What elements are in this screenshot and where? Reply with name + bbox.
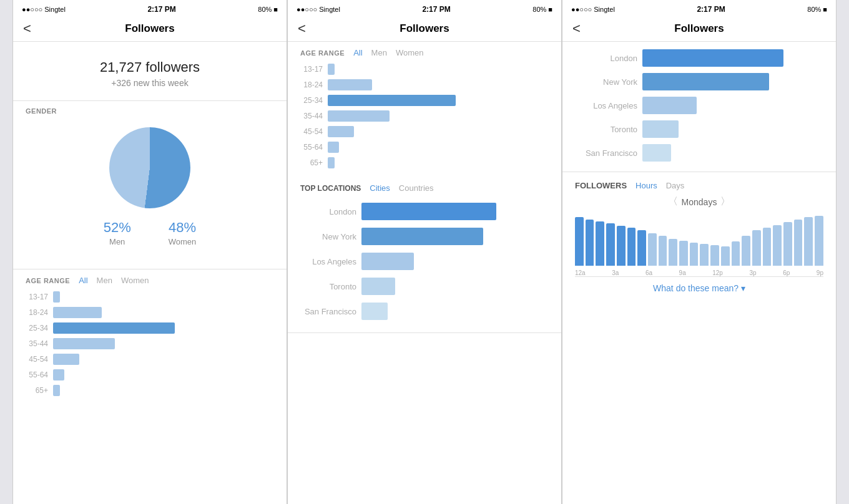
tab-cities[interactable]: Cities	[370, 183, 390, 193]
city-bar-wrap	[642, 120, 823, 138]
city-row: Toronto	[300, 278, 549, 295]
age-range-section-1: AGE RANGE All Men Women 13-17 18-24 25-3…	[13, 269, 287, 402]
tab-women-2[interactable]: Women	[396, 48, 424, 57]
city-row: San Francisco	[575, 144, 823, 162]
age-row: 45-54	[300, 126, 549, 137]
battery-1: 80% ■	[258, 6, 278, 13]
time-3: 2:17 PM	[697, 5, 725, 14]
followers-chart-section: FOLLOWERS Hours Days 〈 Mondays 〉 12a3a6a…	[562, 172, 836, 302]
age-label: 45-54	[300, 127, 323, 136]
content-1: 21,727 followers +326 new this week GEND…	[13, 42, 287, 504]
age-bar-wrap	[328, 126, 549, 137]
age-label: 65+	[26, 386, 48, 395]
age-row: 45-54	[26, 354, 274, 365]
time-1: 2:17 PM	[147, 5, 175, 14]
city-bar-wrap	[642, 97, 823, 114]
content-3: London New York Los Angeles Toronto San …	[562, 42, 836, 504]
gender-stats: 52% Men 48% Women	[26, 220, 274, 246]
followers-header: FOLLOWERS Hours Days	[575, 181, 823, 190]
age-bar	[53, 307, 102, 318]
what-mean-link[interactable]: What do these mean? ▾	[575, 277, 823, 296]
city-bar-wrap	[361, 203, 549, 220]
age-label: 35-44	[26, 339, 48, 348]
age-label: 18-24	[300, 80, 323, 89]
age-range-title-1: AGE RANGE	[26, 277, 70, 284]
city-label: New York	[575, 77, 637, 87]
city-label: London	[300, 207, 356, 216]
tab-men-2[interactable]: Men	[371, 48, 387, 57]
city-bar	[642, 97, 697, 114]
age-bar	[328, 64, 335, 75]
hour-label: 6a	[645, 269, 652, 276]
back-button-2[interactable]: <	[298, 21, 306, 37]
tab-hours[interactable]: Hours	[636, 181, 657, 190]
prev-day-button[interactable]: 〈	[668, 195, 678, 208]
tab-countries[interactable]: Countries	[399, 183, 434, 193]
age-bar	[53, 369, 64, 380]
age-bar	[328, 126, 354, 137]
hour-bar	[679, 241, 688, 266]
city-bar-wrap	[642, 49, 823, 67]
back-button-3[interactable]: <	[572, 21, 581, 37]
age-bar-wrap	[53, 291, 274, 303]
back-button-1[interactable]: <	[23, 21, 31, 37]
tab-all-1[interactable]: All	[79, 276, 87, 285]
city-bar	[361, 253, 414, 270]
city-bar	[361, 228, 483, 245]
hour-bar	[804, 217, 813, 266]
hour-bar	[690, 243, 699, 266]
hour-bar	[752, 230, 761, 266]
hour-bar	[659, 236, 667, 266]
city-bar	[642, 120, 679, 138]
follower-count-section: 21,727 followers +326 new this week	[13, 42, 287, 101]
tab-all-2[interactable]: All	[353, 48, 362, 57]
hour-bar	[773, 225, 782, 266]
hour-bar	[575, 217, 584, 266]
next-day-button[interactable]: 〉	[720, 195, 730, 208]
women-pct: 48%	[169, 220, 196, 236]
age-label: 55-64	[300, 143, 323, 152]
phone-1: ●●○○○ Singtel 2:17 PM 80% ■ < Followers …	[12, 0, 287, 504]
city-row: New York	[575, 73, 823, 90]
carrier-2: ●●○○○ Singtel	[297, 6, 340, 13]
age-bar	[53, 354, 79, 365]
hour-bar	[783, 222, 792, 266]
tab-women-1[interactable]: Women	[121, 276, 149, 285]
city-bar	[361, 203, 496, 220]
follower-new: +326 new this week	[26, 78, 274, 88]
top-locations-header: TOP LOCATIONS Cities Countries	[300, 183, 549, 193]
tab-men-1[interactable]: Men	[97, 276, 112, 285]
battery-3: 80% ■	[807, 6, 827, 13]
age-bar-wrap	[53, 385, 274, 396]
city-bar-wrap	[642, 144, 823, 162]
age-row: 65+	[300, 157, 549, 168]
age-label: 65+	[300, 158, 323, 167]
age-bar-wrap	[328, 110, 549, 122]
hour-bar	[637, 230, 646, 266]
age-label: 18-24	[26, 308, 48, 317]
hour-bar	[732, 241, 740, 266]
age-row: 13-17	[26, 291, 274, 303]
hour-label: 12p	[712, 269, 723, 276]
city-bars-2: London New York Los Angeles Toronto San …	[300, 203, 549, 320]
hour-bar	[617, 226, 626, 266]
hour-bar	[721, 246, 730, 266]
hour-label: 3p	[749, 269, 756, 276]
age-label: 13-17	[26, 293, 48, 301]
tab-days[interactable]: Days	[666, 181, 685, 190]
hour-bar	[742, 236, 750, 266]
city-label: Los Angeles	[300, 257, 356, 266]
city-row: Los Angeles	[575, 97, 823, 114]
age-bar-wrap	[53, 338, 274, 349]
age-row: 55-64	[26, 369, 274, 380]
page-title-1: Followers	[125, 22, 174, 35]
men-label: Men	[109, 237, 125, 246]
hour-bar	[794, 220, 803, 266]
age-row: 25-34	[300, 95, 549, 106]
city-label: Toronto	[575, 125, 637, 134]
gender-women: 48% Women	[169, 220, 197, 246]
hour-bar	[648, 233, 657, 266]
men-pct: 52%	[104, 220, 131, 236]
top-locations-section: TOP LOCATIONS Cities Countries London Ne…	[288, 175, 561, 333]
age-bar-wrap	[328, 64, 549, 75]
